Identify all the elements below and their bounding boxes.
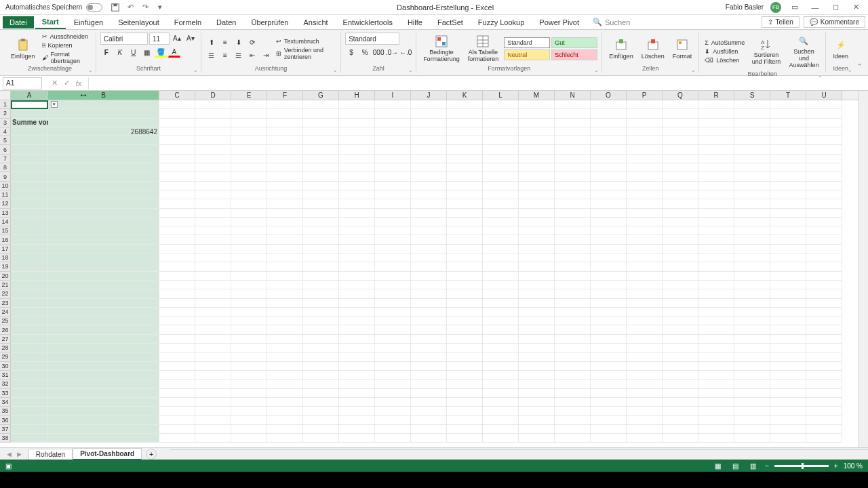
cell[interactable] <box>267 415 303 424</box>
sheet-tab-rohdaten[interactable]: Rohdaten <box>28 449 73 460</box>
cell[interactable] <box>483 425 519 434</box>
column-header-k[interactable]: K <box>447 91 483 100</box>
cell[interactable] <box>770 362 806 371</box>
cell[interactable] <box>267 308 303 317</box>
cell[interactable] <box>447 182 483 190</box>
row-header[interactable]: 35 <box>0 407 11 415</box>
cell[interactable] <box>447 155 483 163</box>
cell[interactable] <box>734 425 770 434</box>
cell[interactable] <box>159 299 195 308</box>
insert-cells-button[interactable]: Einfügen <box>606 37 636 61</box>
cell[interactable] <box>339 172 375 181</box>
cell[interactable] <box>303 317 339 325</box>
sheet-nav-prev-icon[interactable]: ◄ <box>5 450 13 458</box>
cell[interactable] <box>555 289 591 298</box>
cell[interactable] <box>734 172 770 181</box>
cell[interactable] <box>555 352 591 361</box>
row-header[interactable]: 9 <box>0 172 11 181</box>
cell[interactable] <box>519 335 555 344</box>
conditional-formatting-button[interactable]: Bedingte Formatierung <box>420 33 462 64</box>
cell[interactable] <box>159 434 195 443</box>
cell[interactable] <box>447 245 483 253</box>
cell[interactable] <box>411 425 447 434</box>
cell[interactable] <box>663 434 698 443</box>
cell[interactable] <box>11 226 48 235</box>
cell[interactable] <box>267 272 303 281</box>
cell[interactable] <box>11 325 48 334</box>
cell[interactable] <box>411 389 447 398</box>
cell[interactable] <box>555 190 591 199</box>
cell[interactable] <box>447 407 483 415</box>
row-header[interactable]: 34 <box>0 398 11 407</box>
cell[interactable] <box>48 272 159 281</box>
cell[interactable] <box>519 190 555 199</box>
cell[interactable] <box>339 209 375 218</box>
cell[interactable] <box>519 308 555 317</box>
cell[interactable] <box>519 163 555 172</box>
cell[interactable] <box>663 317 698 325</box>
cell[interactable] <box>519 226 555 235</box>
cell[interactable] <box>195 415 231 424</box>
cell[interactable] <box>159 245 195 253</box>
cell[interactable] <box>770 398 806 407</box>
cell[interactable] <box>483 398 519 407</box>
cell[interactable] <box>195 199 231 208</box>
cell[interactable] <box>627 308 663 317</box>
cell[interactable] <box>698 245 734 253</box>
cell[interactable] <box>411 190 447 199</box>
cell[interactable] <box>483 155 519 163</box>
cell[interactable] <box>231 109 267 118</box>
cell[interactable] <box>159 163 195 172</box>
tab-ueberpruefen[interactable]: Überprüfen <box>244 16 295 28</box>
cell[interactable] <box>303 182 339 190</box>
cell[interactable] <box>447 380 483 388</box>
cell[interactable] <box>770 281 806 289</box>
cell[interactable] <box>806 136 842 145</box>
cell[interactable] <box>483 199 519 208</box>
cell[interactable] <box>663 415 698 424</box>
cell[interactable] <box>231 218 267 226</box>
cell[interactable] <box>303 272 339 281</box>
vertical-scrollbar[interactable] <box>859 91 868 447</box>
cell[interactable] <box>483 407 519 415</box>
cell[interactable] <box>806 172 842 181</box>
cell[interactable] <box>627 218 663 226</box>
cell[interactable] <box>627 335 663 344</box>
cell[interactable] <box>555 389 591 398</box>
cell[interactable] <box>303 100 339 109</box>
cell[interactable] <box>195 155 231 163</box>
cell[interactable] <box>11 163 48 172</box>
column-header-c[interactable]: C <box>159 91 195 100</box>
cell[interactable] <box>159 199 195 208</box>
cell[interactable] <box>806 352 842 361</box>
cell[interactable] <box>698 380 734 388</box>
cell[interactable] <box>734 218 770 226</box>
cell[interactable] <box>447 253 483 262</box>
cell[interactable] <box>555 299 591 308</box>
cell[interactable] <box>447 335 483 344</box>
cell[interactable] <box>698 308 734 317</box>
column-header-p[interactable]: P <box>627 91 663 100</box>
cell[interactable] <box>698 172 734 181</box>
cell[interactable]: 2688642 <box>48 127 159 136</box>
increase-font-icon[interactable]: A▴ <box>171 33 183 43</box>
cell[interactable] <box>806 145 842 154</box>
cell[interactable] <box>48 226 159 235</box>
cell[interactable] <box>591 344 627 352</box>
cell[interactable] <box>698 100 734 109</box>
cell[interactable] <box>770 262 806 271</box>
cell[interactable] <box>11 362 48 371</box>
cell[interactable] <box>734 317 770 325</box>
comments-button[interactable]: 💬 Kommentare <box>804 16 865 28</box>
align-left-icon[interactable]: ☰ <box>205 50 218 61</box>
cell[interactable] <box>411 163 447 172</box>
cell[interactable] <box>159 335 195 344</box>
cell[interactable] <box>447 415 483 424</box>
cell[interactable] <box>698 182 734 190</box>
row-header[interactable]: 28 <box>0 344 11 352</box>
cell[interactable] <box>231 415 267 424</box>
wrap-text-button[interactable]: ↩Textumbruch <box>275 37 336 45</box>
cell[interactable] <box>555 145 591 154</box>
cell[interactable] <box>303 163 339 172</box>
cell[interactable] <box>519 145 555 154</box>
